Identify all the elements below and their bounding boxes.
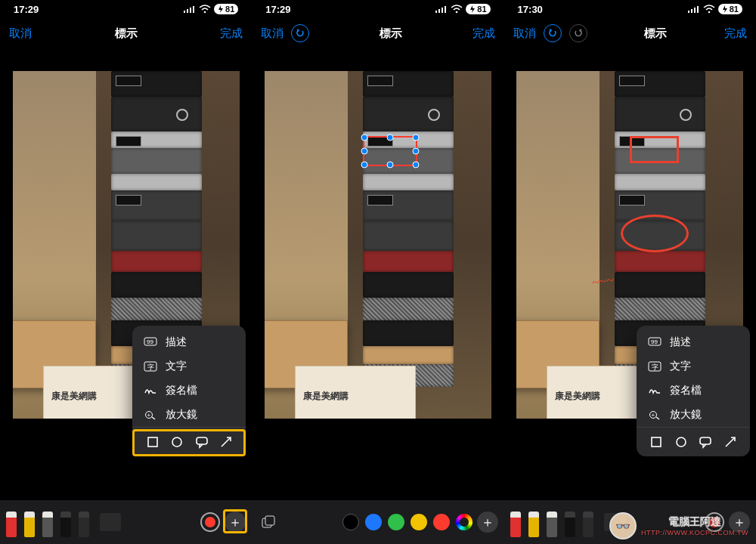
status-right: 81 <box>688 4 742 14</box>
svg-text:+: + <box>651 412 655 419</box>
popup-item-signature[interactable]: 簽名檔 <box>637 379 750 403</box>
signal-icon <box>184 5 196 13</box>
shape-arrow-button[interactable] <box>218 434 234 450</box>
cancel-button[interactable]: 取消 <box>261 26 284 41</box>
battery-level: 81 <box>477 5 486 14</box>
pen-lasso[interactable] <box>79 507 92 537</box>
nav-bar: 取消 標示 完成 <box>504 18 756 48</box>
shape-square-button[interactable] <box>648 434 665 450</box>
popup-label: 文字 <box>166 360 187 373</box>
cancel-button[interactable]: 取消 <box>9 26 32 41</box>
ruler-tool[interactable] <box>100 513 121 531</box>
pen-gray[interactable] <box>547 507 560 537</box>
svg-rect-16 <box>435 11 437 13</box>
done-button[interactable]: 完成 <box>472 26 495 41</box>
quote-icon: 99 <box>143 337 158 348</box>
cardboard-label: 康是美網購 <box>295 366 416 419</box>
svg-rect-3 <box>193 6 194 13</box>
color-black[interactable] <box>342 514 359 530</box>
shape-circle-button[interactable] <box>169 434 185 450</box>
svg-rect-37 <box>700 437 711 444</box>
current-color[interactable] <box>200 512 220 532</box>
status-time: 17:30 <box>518 4 543 15</box>
popup-shape-row <box>637 427 750 452</box>
done-button[interactable]: 完成 <box>724 26 747 41</box>
signal-icon <box>435 5 448 13</box>
ruler-tool[interactable] <box>604 513 625 531</box>
shape-speech-button[interactable] <box>697 434 714 450</box>
pen-gray[interactable] <box>42 507 56 537</box>
markup-canvas[interactable]: 康是美網購 ~~~ 99 描述 字 文字 簽名檔 + 放大鏡 <box>504 48 756 500</box>
shape-speech-button[interactable] <box>194 434 210 450</box>
color-picker[interactable] <box>456 514 472 530</box>
handle-nw[interactable] <box>361 134 367 141</box>
svg-rect-17 <box>438 9 440 13</box>
layers-button[interactable] <box>258 512 279 533</box>
markup-toolbar: ＋ <box>504 500 756 544</box>
svg-rect-26 <box>697 6 699 13</box>
handle-w[interactable] <box>361 148 367 155</box>
current-color[interactable] <box>705 512 724 532</box>
status-bar: 17:30 81 <box>504 0 756 18</box>
selection-rectangle[interactable] <box>363 136 417 166</box>
pen-eraser[interactable] <box>565 507 578 537</box>
status-right: 81 <box>184 4 238 14</box>
handle-e[interactable] <box>412 148 419 155</box>
pen-yellow[interactable] <box>528 507 542 537</box>
shape-square-button[interactable] <box>144 434 161 450</box>
popup-item-magnifier[interactable]: + 放大鏡 <box>637 403 750 427</box>
markup-canvas[interactable]: 康是美網購 99 描述 字 文字 簽名檔 <box>0 48 252 500</box>
annotation-oval[interactable] <box>621 215 689 252</box>
cancel-button[interactable]: 取消 <box>513 26 536 41</box>
handle-ne[interactable] <box>412 134 419 141</box>
battery-level: 81 <box>730 5 739 14</box>
done-button[interactable]: 完成 <box>220 26 243 41</box>
add-button[interactable]: ＋ <box>729 512 750 533</box>
pen-yellow[interactable] <box>24 507 38 537</box>
handle-n[interactable] <box>386 134 393 141</box>
pen-lasso[interactable] <box>583 507 596 537</box>
svg-line-34 <box>656 417 659 419</box>
popup-label: 簽名檔 <box>670 384 702 397</box>
color-green[interactable] <box>388 514 404 530</box>
add-button[interactable]: ＋ <box>225 512 246 533</box>
popup-item-text[interactable]: 字 文字 <box>132 354 246 379</box>
pen-red[interactable] <box>510 507 524 537</box>
status-bar: 17:29 81 <box>0 0 252 18</box>
annotation-rectangle[interactable] <box>630 136 679 163</box>
svg-point-13 <box>172 437 181 447</box>
handle-sw[interactable] <box>361 162 367 168</box>
color-red[interactable] <box>433 514 450 530</box>
svg-point-20 <box>456 11 458 14</box>
popup-label: 簽名檔 <box>166 384 197 397</box>
shape-circle-button[interactable] <box>673 434 689 450</box>
markup-canvas[interactable]: 康是美網購 <box>252 48 503 500</box>
popup-item-signature[interactable]: 簽名檔 <box>132 379 246 403</box>
popup-label: 放大鏡 <box>166 408 197 422</box>
handle-se[interactable] <box>412 162 419 168</box>
popup-item-describe[interactable]: 99 描述 <box>637 330 750 354</box>
redo-button[interactable] <box>569 24 587 42</box>
svg-rect-1 <box>187 9 188 13</box>
markup-toolbar: ＋ <box>252 500 503 544</box>
svg-point-4 <box>204 11 206 14</box>
svg-rect-12 <box>148 437 157 447</box>
nav-title: 標示 <box>380 26 402 41</box>
svg-rect-22 <box>265 516 274 525</box>
color-blue[interactable] <box>365 514 382 530</box>
popup-item-describe[interactable]: 99 描述 <box>132 330 246 354</box>
popup-item-magnifier[interactable]: + 放大鏡 <box>132 403 246 427</box>
phone-panel-1: 17:29 81 取消 標示 完成 <box>0 0 252 544</box>
annotation-scribble[interactable]: ~~~ <box>591 272 615 291</box>
popup-label: 描述 <box>670 335 691 349</box>
handle-s[interactable] <box>386 162 393 168</box>
color-yellow[interactable] <box>411 514 427 530</box>
undo-button[interactable] <box>544 24 562 42</box>
add-button[interactable]: ＋ <box>477 512 498 533</box>
shape-arrow-button[interactable] <box>722 434 739 450</box>
undo-button[interactable] <box>291 24 309 42</box>
pen-red[interactable] <box>6 507 20 537</box>
pen-eraser[interactable] <box>60 507 74 537</box>
markup-add-popup: 99 描述 字 文字 簽名檔 + 放大鏡 <box>132 326 246 456</box>
popup-item-text[interactable]: 字 文字 <box>637 354 750 379</box>
